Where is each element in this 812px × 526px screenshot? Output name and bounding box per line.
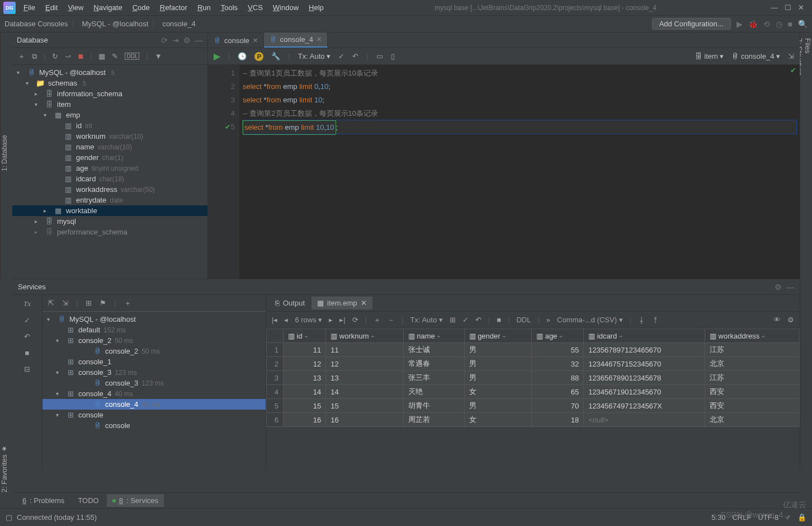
column-entrydate[interactable]: ▥entrydate date (12, 195, 207, 205)
menu-help[interactable]: Help (304, 2, 328, 13)
explain-icon[interactable]: P (254, 52, 263, 61)
tx-mode[interactable]: Tx: Auto ▾ (410, 316, 442, 324)
column-idcard[interactable]: ▥idcard char(18) (12, 173, 207, 184)
service-item-console_4[interactable]: 🛢console_4 40 ms (43, 399, 266, 410)
execute-icon[interactable]: ▶ (214, 51, 220, 62)
group-icon[interactable]: ⊟ (24, 365, 30, 373)
add-icon[interactable]: ＋ (124, 298, 131, 308)
next-page-icon[interactable]: ▸ (329, 316, 333, 324)
service-item-console_1[interactable]: ⊞console_1 (43, 356, 266, 367)
prev-page-icon[interactable]: ◂ (284, 316, 288, 324)
upload-icon[interactable]: ⭱ (652, 316, 659, 324)
breadcrumb-item[interactable]: console_4 (162, 20, 195, 28)
hide-icon[interactable]: — (786, 283, 794, 292)
search-icon[interactable]: 🔍 (798, 20, 808, 29)
table-row[interactable]: 21212常遇春男32123446757152345670北京 (267, 357, 800, 371)
refresh-icon[interactable]: ⟳ (161, 36, 168, 45)
column-gender[interactable]: ▥gender char(1) (12, 152, 207, 163)
editor-tab-console[interactable]: 🛢console✕ (208, 34, 264, 48)
right-stripe-files[interactable]: Files (804, 32, 812, 144)
ddl-icon[interactable]: DDL (125, 53, 139, 60)
column-header-age[interactable]: ▥ age÷ (532, 329, 584, 343)
close-tab-icon[interactable]: ✕ (317, 36, 322, 43)
menu-refactor[interactable]: Refactor (155, 2, 192, 13)
menu-run[interactable]: Run (193, 2, 215, 13)
breadcrumb-item[interactable]: Database Consoles (4, 20, 68, 28)
table-row[interactable]: 31313张三丰男88123656789012345678江苏 (267, 371, 800, 385)
submit-icon[interactable]: ⊞ (450, 316, 456, 324)
new-icon[interactable]: ＋ (18, 51, 25, 62)
commit-icon[interactable]: ✓ (24, 316, 30, 325)
rollback-icon[interactable]: ↶ (352, 52, 358, 60)
service-item-console_2[interactable]: 🛢console_2 50 ms (43, 346, 266, 356)
cancel-icon[interactable]: ■ (497, 316, 501, 324)
schema-select[interactable]: 🗄 item ▾ (695, 52, 724, 60)
filter-icon[interactable]: ▼ (155, 52, 162, 60)
database-tree[interactable]: ▾🛢MySQL - @localhost5 ▾📁schemas5 ▸🗄infor… (12, 65, 207, 279)
coverage-icon[interactable]: ⟲ (763, 20, 770, 29)
service-item-console_2[interactable]: ▾⊞console_2 50 ms (43, 335, 266, 346)
stop-icon[interactable]: ■ (788, 20, 792, 29)
menu-view[interactable]: View (63, 2, 88, 13)
datasource-node[interactable]: ▾🛢MySQL - @localhost5 (12, 67, 207, 78)
run-icon[interactable]: ▶ (737, 20, 743, 29)
close-icon[interactable]: ✕ (798, 3, 804, 12)
jump-icon[interactable]: ⤻ (65, 52, 71, 60)
bottom-tab-TODO[interactable]: TODO (72, 494, 104, 507)
menu-file[interactable]: File (19, 2, 40, 13)
column-id[interactable]: ▥id int (12, 120, 207, 131)
menu-tools[interactable]: Tools (216, 2, 242, 13)
column-header-name[interactable]: ▥ name÷ (403, 329, 464, 343)
resolve-icon[interactable]: ▭ (376, 52, 383, 60)
schema-item[interactable]: ▾🗄item (12, 99, 207, 110)
service-item-console[interactable]: ▾⊞console (43, 410, 266, 420)
left-stripe-favorites[interactable]: 2: Favorites ★ (0, 445, 12, 492)
service-item-console[interactable]: 🛢console (43, 420, 266, 431)
table-row[interactable]: 51515胡青牛男7012345674971234567X西安 (267, 399, 800, 413)
menu-edit[interactable]: Edit (41, 2, 62, 13)
collapse-icon[interactable]: ⇲ (62, 299, 68, 307)
table-worktable[interactable]: ▸▦worktable (12, 205, 207, 216)
debug-icon[interactable]: 🐞 (748, 20, 758, 29)
add-row-icon[interactable]: ＋ (374, 315, 381, 325)
output-tab-Output[interactable]: ⎘Output (270, 297, 310, 309)
add-configuration-button[interactable]: Add Configuration... (652, 18, 731, 30)
output-tab-item.emp[interactable]: ▦item.emp✕ (311, 297, 372, 309)
table-row[interactable]: 61616周芷若女18<null>北京 (267, 413, 800, 427)
rollback-icon[interactable]: ↶ (24, 332, 30, 341)
schema-mysql[interactable]: ▸🗄mysql (12, 216, 207, 227)
column-header-workaddress[interactable]: ▥ workaddress÷ (705, 329, 799, 343)
row-count[interactable]: 6 rows ▾ (295, 316, 322, 324)
service-item-default[interactable]: ⊞default 152 ms (43, 325, 266, 335)
last-page-icon[interactable]: ▸| (339, 316, 345, 324)
editor-tab-console_4[interactable]: 🛢console_4✕ (264, 32, 328, 48)
duplicate-icon[interactable]: ⧉ (32, 52, 37, 61)
stop-icon[interactable]: ■ (25, 349, 30, 357)
settings-icon[interactable]: ⚙ (787, 316, 794, 324)
revert-icon[interactable]: ↶ (475, 316, 481, 324)
services-tree[interactable]: ▾🛢MySQL - @localhost ⊞default 152 ms▾⊞co… (43, 312, 266, 469)
settings-icon[interactable]: ⚙ (775, 283, 782, 292)
column-header-id[interactable]: ▥ id÷ (284, 329, 326, 343)
profile-icon[interactable]: ◷ (776, 20, 782, 29)
view-icon[interactable]: 👁 (773, 316, 781, 324)
commit-icon[interactable]: ✓ (462, 316, 469, 324)
more-icon[interactable]: » (546, 316, 550, 324)
table-emp[interactable]: ▾▦emp (12, 110, 207, 120)
schemas-node[interactable]: ▾📁schemas5 (12, 78, 207, 88)
schema-performance[interactable]: ▸🗄performance_schema (12, 227, 207, 237)
minimize-icon[interactable]: — (771, 3, 778, 12)
menu-navigate[interactable]: Navigate (89, 2, 126, 13)
result-grid[interactable]: ▥ id÷▥ worknum÷▥ name÷▥ gender÷▥ age÷▥ i… (266, 328, 800, 469)
service-item-console_4[interactable]: ▾⊞console_4 40 ms (43, 388, 266, 399)
breadcrumb-item[interactable]: MySQL - @localhost (82, 20, 148, 28)
table-view-icon[interactable]: ▦ (98, 52, 105, 60)
bottom-tab-6--Problems[interactable]: 6: Problems (17, 494, 70, 507)
column-name[interactable]: ▥name varchar(10) (12, 142, 207, 152)
settings-icon[interactable]: ⚙ (183, 36, 191, 45)
close-icon[interactable]: ✕ (361, 299, 367, 307)
maximize-icon[interactable]: ☐ (785, 3, 791, 12)
code-editor[interactable]: 12345✔ -- 查询第1页员工数据，每页展示10条记录select *fro… (208, 65, 800, 279)
tx-icon[interactable]: Tx (23, 299, 31, 308)
table-row[interactable]: 41414灭绝女65123456719012345670西安 (267, 385, 800, 399)
